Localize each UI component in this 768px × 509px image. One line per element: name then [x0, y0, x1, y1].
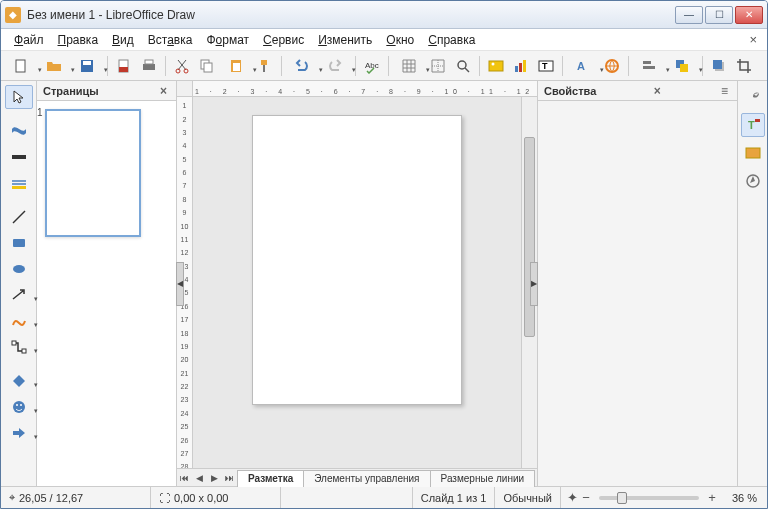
zoom-slider-knob[interactable] [617, 492, 627, 504]
status-slide-count[interactable]: Слайд 1 из 1 [413, 487, 496, 508]
svg-rect-4 [119, 67, 128, 72]
next-tab-button[interactable]: ▶ [207, 470, 222, 486]
minimize-button[interactable]: — [675, 6, 703, 24]
properties-panel-header: Свойства × ≡ [538, 81, 737, 101]
menu-modify[interactable]: Изменить [311, 31, 379, 49]
connector-tool[interactable]: ▾ [5, 335, 33, 359]
insert-chart-button[interactable] [509, 54, 533, 78]
properties-panel-menu[interactable]: ≡ [718, 84, 731, 98]
zoom-value[interactable]: 36 % [719, 492, 763, 504]
tab-dimlines[interactable]: Размерные линии [430, 470, 536, 487]
slide-thumbnail-1[interactable]: 1 [45, 109, 141, 237]
maximize-button[interactable]: ☐ [705, 6, 733, 24]
collapse-props-button[interactable]: ▶ [530, 262, 538, 306]
tab-controls[interactable]: Элементы управления [303, 470, 430, 487]
shadow-button[interactable] [707, 54, 731, 78]
sidebar-navigator-icon[interactable] [741, 169, 765, 193]
menu-bar: Файл Правка Вид Вставка Формат Сервис Из… [1, 29, 767, 51]
separator [479, 56, 480, 76]
sidebar-settings-icon[interactable] [741, 85, 765, 109]
export-pdf-button[interactable] [112, 54, 136, 78]
copy-button[interactable] [195, 54, 219, 78]
properties-panel-close[interactable]: × [651, 84, 664, 98]
hyperlink-button[interactable] [600, 54, 624, 78]
paste-button[interactable]: ▾ [220, 54, 252, 78]
line-color-tool[interactable] [5, 119, 33, 143]
zoom-out-button[interactable]: − [579, 490, 593, 505]
open-button[interactable]: ▾ [38, 54, 70, 78]
menu-tools[interactable]: Сервис [256, 31, 311, 49]
zoom-fit-button[interactable]: ✦ [565, 490, 579, 505]
crop-button[interactable] [732, 54, 756, 78]
symbol-shapes-tool[interactable]: ▾ [5, 395, 33, 419]
rectangle-tool[interactable] [5, 231, 33, 255]
horizontal-ruler[interactable]: 1 · 2 · 3 · 4 · 5 · 6 · 7 · 8 · 9 · 10 ·… [177, 81, 537, 97]
sidebar-properties-icon[interactable]: T [741, 113, 765, 137]
slide-number: 1 [37, 107, 43, 118]
scrollbar-thumb[interactable] [524, 137, 535, 337]
zoom-in-button[interactable]: + [705, 490, 719, 505]
status-bar: ⌖ 26,05 / 12,67 ⛶ 0,00 x 0,00 Слайд 1 из… [1, 486, 767, 508]
pages-panel-body[interactable]: 1 [37, 101, 176, 486]
spellcheck-button[interactable]: Abc [360, 54, 384, 78]
insert-textbox-button[interactable]: T [534, 54, 558, 78]
insert-image-button[interactable] [484, 54, 508, 78]
print-button[interactable] [137, 54, 161, 78]
new-button[interactable]: ▾ [5, 54, 37, 78]
prev-tab-button[interactable]: ◀ [192, 470, 207, 486]
clone-format-button[interactable] [253, 54, 277, 78]
svg-text:Abc: Abc [365, 61, 379, 70]
align-button[interactable]: ▾ [633, 54, 665, 78]
select-tool[interactable] [5, 85, 33, 109]
svg-rect-32 [12, 155, 26, 159]
grid-button[interactable]: ▾ [393, 54, 425, 78]
arrange-button[interactable]: ▾ [666, 54, 698, 78]
fill-black-tool[interactable] [5, 145, 33, 169]
close-button[interactable]: ✕ [735, 6, 763, 24]
helplines-button[interactable] [426, 54, 450, 78]
ellipse-tool[interactable] [5, 257, 33, 281]
fontwork-button[interactable]: A▾ [567, 54, 599, 78]
basic-shapes-tool[interactable]: ▾ [5, 369, 33, 393]
properties-panel-title: Свойства [544, 85, 596, 97]
document-close-button[interactable]: × [745, 32, 761, 47]
menu-edit[interactable]: Правка [51, 31, 106, 49]
sidebar-deck: T [737, 81, 767, 486]
first-tab-button[interactable]: ⏮ [177, 470, 192, 486]
zoom-button[interactable] [451, 54, 475, 78]
undo-button[interactable]: ▾ [286, 54, 318, 78]
canvas-viewport[interactable] [193, 97, 521, 468]
menu-insert[interactable]: Вставка [141, 31, 200, 49]
sidebar-gallery-icon[interactable] [741, 141, 765, 165]
svg-rect-21 [523, 60, 526, 72]
block-arrows-tool[interactable]: ▾ [5, 421, 33, 445]
save-button[interactable]: ▾ [71, 54, 103, 78]
last-tab-button[interactable]: ⏭ [222, 470, 237, 486]
svg-rect-2 [83, 61, 91, 65]
drawing-page[interactable] [252, 115, 462, 405]
curve-tool[interactable]: ▾ [5, 309, 33, 333]
cut-button[interactable] [170, 54, 194, 78]
status-cursor-pos: ⌖ 26,05 / 12,67 [1, 487, 151, 508]
status-view-mode[interactable]: Обычный [495, 487, 561, 508]
menu-file[interactable]: Файл [7, 31, 51, 49]
arrow-tool[interactable]: ▾ [5, 283, 33, 307]
app-icon: ◆ [5, 7, 21, 23]
line-tool[interactable] [5, 205, 33, 229]
tab-scroll-row: ⏮ ◀ ▶ ⏭ Разметка Элементы управления Раз… [177, 468, 537, 486]
redo-button[interactable]: ▾ [319, 54, 351, 78]
menu-window[interactable]: Окно [379, 31, 421, 49]
zoom-slider[interactable] [599, 496, 699, 500]
menu-help[interactable]: Справка [421, 31, 482, 49]
svg-rect-33 [12, 186, 26, 189]
separator [165, 56, 166, 76]
menu-view[interactable]: Вид [105, 31, 141, 49]
line-style-tool[interactable] [5, 171, 33, 195]
collapse-pages-button[interactable]: ◀ [176, 262, 184, 306]
svg-rect-35 [13, 239, 25, 247]
separator [628, 56, 629, 76]
menu-format[interactable]: Формат [199, 31, 256, 49]
pages-panel-close[interactable]: × [157, 84, 170, 98]
tab-layout[interactable]: Разметка [237, 470, 304, 487]
svg-rect-27 [643, 66, 655, 69]
